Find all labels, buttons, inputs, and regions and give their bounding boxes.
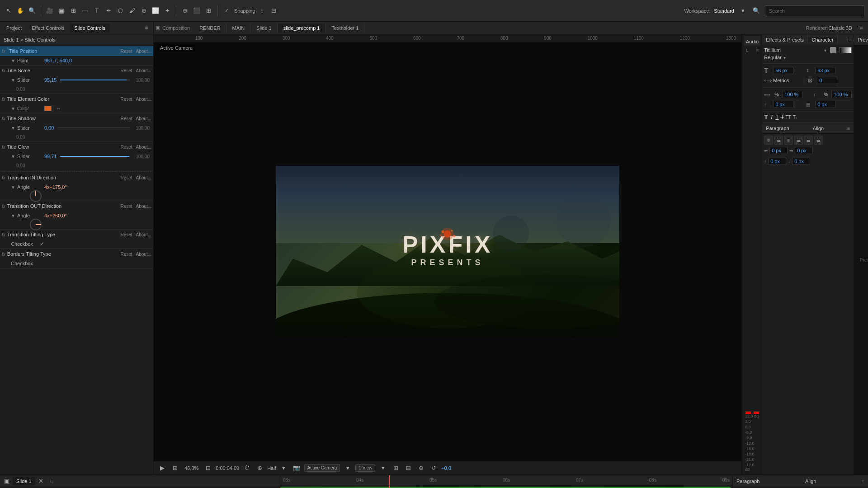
expand-icon-2[interactable]: ▼ <box>11 78 15 83</box>
half-label[interactable]: Half <box>267 465 276 471</box>
strikethrough-btn[interactable]: T̶ <box>781 114 784 120</box>
search-input[interactable] <box>765 5 864 16</box>
slider-value-shadow[interactable]: 0,00 <box>44 125 54 131</box>
eraser-icon[interactable]: ⬜ <box>151 6 160 16</box>
panel-menu-icon[interactable]: ≡ <box>142 23 151 33</box>
comp-tab-slide1-active[interactable]: slide_precomp 1 <box>278 23 326 33</box>
align-tab-label[interactable]: Align <box>813 126 824 131</box>
leading-value[interactable]: 63 px <box>815 67 835 74</box>
color-gradient-chip[interactable] <box>839 47 852 53</box>
expand-icon-5[interactable]: ▼ <box>11 154 15 159</box>
slider-track-glow[interactable] <box>60 156 130 157</box>
workspace-value[interactable]: Standard <box>714 8 734 14</box>
overlay-icon[interactable]: ⊕ <box>416 463 426 473</box>
puppet-icon[interactable]: ✦ <box>162 6 172 16</box>
tl-tab-slide1[interactable]: Slide 1 <box>13 477 35 485</box>
baseline-value[interactable]: 0 px <box>773 101 793 108</box>
comp-preview-icon[interactable]: ▶ <box>157 463 167 473</box>
comp-canvas[interactable]: Active Camera <box>154 42 741 461</box>
tl-para-label[interactable]: Paragraph <box>736 479 760 484</box>
tl-playhead[interactable] <box>389 475 390 485</box>
justify-icon[interactable]: ☰ <box>794 136 803 145</box>
kerning-value[interactable]: 0 <box>817 77 837 84</box>
slider-value-scale[interactable]: 95,15 <box>44 77 57 83</box>
angle-dial-in[interactable] <box>29 189 42 203</box>
effect-row-transition-tilting[interactable]: fx Transition Tilting Type Reset About..… <box>0 230 153 239</box>
brush-icon[interactable]: 🖌 <box>127 6 137 16</box>
reset-btn-title-element-color[interactable]: Reset <box>120 97 132 102</box>
char-tab[interactable]: Character <box>808 37 837 42</box>
underline-btn[interactable]: T <box>775 114 778 120</box>
reset-btn-transition-in[interactable]: Reset <box>120 175 132 180</box>
reset-btn-title-position[interactable]: Reset <box>120 49 132 54</box>
reset-btn-borders-tilting[interactable]: Reset <box>120 252 132 257</box>
indent-left-value[interactable]: 0 px <box>769 147 788 154</box>
comp-tab-slide1[interactable]: Slide 1 <box>251 23 278 33</box>
expand-icon-3[interactable]: ▼ <box>11 106 15 111</box>
scale-v-value[interactable]: 100 % <box>831 91 852 98</box>
comp-settings-icon[interactable]: ⊞ <box>170 463 180 473</box>
about-btn-transition-tilting[interactable]: About... <box>136 232 151 237</box>
anchor-icon[interactable]: ⊕ <box>180 6 190 16</box>
timecode-bottom[interactable]: 0:00:04:09 <box>216 465 239 471</box>
expand-icon-4[interactable]: ▼ <box>11 126 15 131</box>
effect-row-title-glow[interactable]: fx Title Glow Reset About... <box>0 142 153 152</box>
clone-icon[interactable]: ⊕ <box>139 6 149 16</box>
snapping-options-icon[interactable]: ↕ <box>257 6 267 16</box>
view-dropdown-icon[interactable]: ▾ <box>343 463 353 473</box>
indent-right-value[interactable]: 0 px <box>795 147 813 154</box>
font-style-display[interactable]: Regular <box>764 55 782 60</box>
tab-slide-controls[interactable]: Slide Controls <box>70 23 109 33</box>
smallcaps-btn[interactable]: Tₜ <box>793 115 797 120</box>
effect-row-title-scale[interactable]: fx Title Scale Reset About... <box>0 66 153 75</box>
effect-row-title-position[interactable]: fx Title Position Reset About... <box>0 46 153 56</box>
tab-project[interactable]: Project <box>2 23 26 33</box>
comp-tab-textholder[interactable]: Textholder 1 <box>326 23 364 33</box>
font-dropdown-icon[interactable]: ▾ <box>824 48 826 53</box>
comp-menu-icon[interactable]: ≡ <box>856 23 866 33</box>
reset-btn-title-scale[interactable]: Reset <box>120 68 132 73</box>
about-btn-transition-in[interactable]: About... <box>136 175 151 180</box>
grid-icon[interactable]: ⊞ <box>68 6 78 16</box>
about-btn-title-glow[interactable]: About... <box>136 145 151 150</box>
bold-btn[interactable]: T <box>764 113 768 121</box>
paragraph-menu-icon[interactable]: ≡ <box>847 126 850 131</box>
about-btn-borders-tilting[interactable]: About... <box>136 252 151 257</box>
grid-toggle-icon[interactable]: ⊞ <box>391 463 401 473</box>
camera-tool-icon[interactable]: 🎥 <box>45 6 55 16</box>
font-color-chip[interactable] <box>830 47 836 53</box>
null-icon[interactable]: ⊞ <box>203 6 213 16</box>
ep-tab[interactable]: Effects & Presets <box>762 37 807 42</box>
expand-icon-6[interactable]: ▼ <box>11 185 15 190</box>
link-icon[interactable]: ↔ <box>56 106 61 111</box>
align-right-icon[interactable]: ≡ <box>784 136 793 145</box>
about-btn-title-shadow[interactable]: About... <box>136 116 151 121</box>
space-after-value[interactable]: 0 px <box>792 158 810 165</box>
tl-para-menu[interactable]: ≡ <box>862 479 864 483</box>
align-center-icon[interactable]: ☰ <box>774 136 783 145</box>
monitor-icon[interactable]: ▣ <box>57 6 66 16</box>
tracking-method[interactable]: Metrics <box>773 78 800 83</box>
about-btn-transition-out[interactable]: About... <box>136 204 151 209</box>
hand-tool-icon[interactable]: ✋ <box>15 6 25 16</box>
angle-value-out[interactable]: 4x+260,0° <box>44 213 67 218</box>
reset-btn-title-glow[interactable]: Reset <box>120 145 132 150</box>
pen-tool-icon[interactable]: ✒ <box>104 6 113 16</box>
exposure-value[interactable]: +0,0 <box>441 465 451 471</box>
about-btn-title-scale[interactable]: About... <box>136 68 151 73</box>
align-icon[interactable]: ⬛ <box>192 6 202 16</box>
effect-row-borders-tilting[interactable]: fx Borders Tilting Type Reset About... <box>0 249 153 259</box>
about-btn-title-element-color[interactable]: About... <box>136 97 151 102</box>
justify-force-icon[interactable]: ☰ <box>814 136 823 145</box>
tl-tab-menu[interactable]: ≡ <box>47 476 57 486</box>
align-left-icon[interactable]: ≡ <box>764 136 773 145</box>
tl-tab-close[interactable]: ✕ <box>36 476 46 486</box>
comp-tab-main[interactable]: MAIN <box>227 23 251 33</box>
slider-track-shadow[interactable] <box>57 127 130 128</box>
rect-icon[interactable]: ▭ <box>80 6 90 16</box>
tl-compose-icon[interactable]: ▣ <box>2 476 12 486</box>
scale-h-value[interactable]: 100 % <box>782 91 802 98</box>
time-icon[interactable]: ⏱ <box>242 463 252 473</box>
pixel-icon[interactable]: ⊕ <box>255 463 264 473</box>
zoom-tool-icon[interactable]: 🔍 <box>27 6 37 16</box>
